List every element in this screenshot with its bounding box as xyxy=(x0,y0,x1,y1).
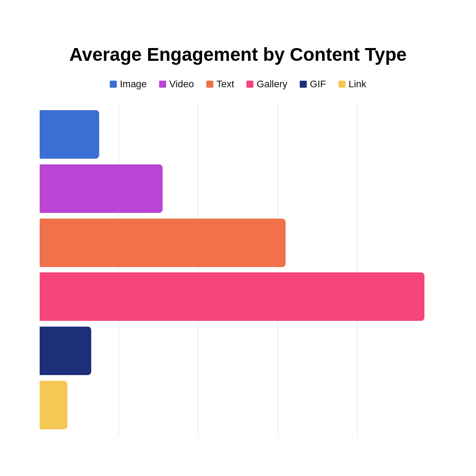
legend-label-video: Video xyxy=(169,78,194,90)
bar-gif xyxy=(40,327,91,375)
legend-label-gif: GIF xyxy=(310,78,326,90)
legend-item-video: Video xyxy=(159,78,194,90)
bar-gallery xyxy=(40,272,424,321)
bar-row-image xyxy=(40,108,436,162)
legend-color-video xyxy=(159,81,166,88)
bars-wrapper xyxy=(40,103,436,436)
chart-area xyxy=(40,103,436,436)
legend-item-text: Text xyxy=(206,78,234,90)
legend-label-image: Image xyxy=(120,78,147,90)
legend-color-image xyxy=(110,81,117,88)
chart-container: Average Engagement by Content Type Image… xyxy=(22,22,454,454)
legend-item-gallery: Gallery xyxy=(246,78,287,90)
legend: ImageVideoTextGalleryGIFLink xyxy=(40,78,436,90)
bar-image xyxy=(40,110,99,159)
legend-item-image: Image xyxy=(110,78,147,90)
bar-video xyxy=(40,164,163,213)
legend-item-gif: GIF xyxy=(300,78,326,90)
bar-link xyxy=(40,381,67,429)
bar-row-link xyxy=(40,378,436,432)
bar-row-video xyxy=(40,162,436,216)
bar-text xyxy=(40,219,286,267)
legend-color-gif xyxy=(300,81,307,88)
bar-row-gallery xyxy=(40,270,436,324)
bar-row-gif xyxy=(40,324,436,378)
legend-item-link: Link xyxy=(338,78,366,90)
legend-color-gallery xyxy=(246,81,253,88)
legend-color-link xyxy=(338,81,346,88)
chart-title: Average Engagement by Content Type xyxy=(40,44,436,65)
legend-label-gallery: Gallery xyxy=(257,78,287,90)
bar-row-text xyxy=(40,216,436,270)
legend-label-text: Text xyxy=(216,78,234,90)
legend-label-link: Link xyxy=(349,78,366,90)
legend-color-text xyxy=(206,81,213,88)
